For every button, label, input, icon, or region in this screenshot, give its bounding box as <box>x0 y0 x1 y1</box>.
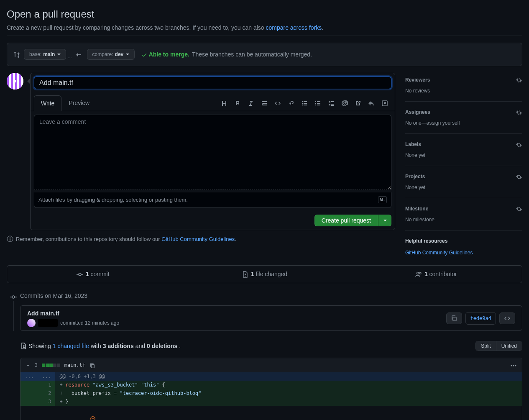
tok-str: "tecracer-oidc-github-blog" <box>120 390 201 396</box>
quote-icon[interactable] <box>259 97 269 109</box>
reviewers-title: Reviewers <box>405 76 430 84</box>
copy-path-button[interactable] <box>89 361 95 369</box>
diff-count: 3 <box>35 361 38 369</box>
italic-icon[interactable] <box>246 97 256 109</box>
check-icon <box>141 52 147 58</box>
gear-icon[interactable] <box>516 76 522 84</box>
pr-body-textarea[interactable] <box>34 115 391 190</box>
gear-icon[interactable] <box>516 205 522 213</box>
guidelines-link[interactable]: GitHub Community Guidelines <box>161 236 235 242</box>
commit-icon <box>77 271 83 278</box>
projects-title: Projects <box>405 173 425 180</box>
code-icon[interactable] <box>273 97 283 109</box>
deletions-text: 0 deletions <box>147 342 177 351</box>
milestone-title: Milestone <box>405 205 428 213</box>
diff-file-header: 3 main.tf <box>20 358 522 372</box>
gear-icon[interactable] <box>516 141 522 148</box>
avatar-small[interactable] <box>27 319 36 327</box>
kebab-icon[interactable] <box>510 361 517 369</box>
gear-icon[interactable] <box>516 173 522 180</box>
ol-icon[interactable] <box>313 97 323 109</box>
link-icon[interactable] <box>286 97 296 109</box>
svg-point-12 <box>513 365 514 366</box>
tab-write[interactable]: Write <box>34 95 61 111</box>
stats-bar: 1 commit 1 file changed 1 contributor <box>7 265 522 283</box>
file-diff-icon <box>242 271 248 278</box>
diff-filename[interactable]: main.tf <box>64 361 86 369</box>
tok-punc: } <box>65 399 68 405</box>
divider <box>7 36 522 36</box>
code-icon <box>504 315 511 322</box>
svg-point-2 <box>302 105 303 105</box>
crossref-icon[interactable] <box>353 97 363 109</box>
files-label: file changed <box>256 271 288 277</box>
with-text: with <box>91 342 101 351</box>
resources-link[interactable]: GitHub Community Guidelines <box>405 250 473 256</box>
assignees-pre: No one— <box>405 120 427 126</box>
chevron-down-icon[interactable] <box>26 361 31 369</box>
bold-icon[interactable] <box>233 97 243 109</box>
assign-yourself-link[interactable]: assign yourself <box>427 120 460 126</box>
line-number: 2 <box>38 389 56 397</box>
tok-str: "this" <box>141 382 159 388</box>
stat-files[interactable]: 1 file changed <box>179 266 350 283</box>
unified-view-button[interactable]: Unified <box>496 341 522 351</box>
period-text: . <box>179 342 181 351</box>
diff-line[interactable]: 3 +} <box>20 397 522 406</box>
base-branch-select[interactable]: base: main <box>24 49 66 60</box>
hunk-header-row: ...... @@ -0,0 +1,3 @@ <box>20 372 522 381</box>
svg-point-5 <box>79 273 81 276</box>
arrow-left-icon <box>74 50 84 59</box>
commits-label: commit <box>90 271 109 277</box>
heading-icon[interactable] <box>219 97 229 109</box>
pr-title-input[interactable] <box>34 77 391 89</box>
sidebar-labels: Labels None yet <box>405 134 522 166</box>
changed-files-link[interactable]: 1 changed file <box>53 342 89 351</box>
avatar[interactable] <box>7 73 23 90</box>
split-view-button[interactable]: Split <box>476 341 496 351</box>
people-icon <box>415 271 422 278</box>
svg-point-13 <box>515 365 516 366</box>
assignees-body: No one—assign yourself <box>405 119 522 127</box>
attach-bar[interactable]: Attach files by dragging & dropping, sel… <box>34 192 391 208</box>
and-text: and <box>135 342 145 351</box>
diff-line[interactable]: 2 + bucket_prefix = "tecracer-oidc-githu… <box>20 389 522 397</box>
guidelines-pre: Remember, contributions to this reposito… <box>16 236 161 242</box>
stat-contributors[interactable]: 1 contributor <box>350 266 522 283</box>
commit-sha-link[interactable]: fede9a4 <box>465 312 496 325</box>
reply-icon[interactable] <box>366 97 376 109</box>
compare-branch-select[interactable]: compare: dev <box>87 49 135 60</box>
gear-icon[interactable] <box>516 108 522 116</box>
ul-icon[interactable] <box>299 97 309 109</box>
tok-attr: bucket_prefix <box>65 390 110 396</box>
commit-meta: user committed 12 minutes ago <box>27 319 119 327</box>
create-pr-button[interactable]: Create pull request <box>314 215 378 226</box>
commit-author[interactable]: user <box>38 319 58 327</box>
browse-code-button[interactable] <box>499 312 515 324</box>
tab-preview[interactable]: Preview <box>61 95 97 111</box>
commit-title-link[interactable]: Add main.tf <box>27 309 119 318</box>
commits-count: 1 <box>86 271 89 277</box>
expand-icon[interactable] <box>380 97 390 109</box>
diff-view-toggle: Split Unified <box>475 341 522 351</box>
compare-forks-link[interactable]: compare across forks <box>266 24 322 31</box>
tok-str: "aws_s3_bucket" <box>92 382 138 388</box>
diff-line[interactable]: 1 +resource "aws_s3_bucket" "this" { <box>20 381 522 389</box>
resources-title: Helpful resources <box>405 237 522 245</box>
files-summary: Showing 1 changed file with 3 additions … <box>20 342 181 351</box>
ellipsis: ... <box>68 53 72 60</box>
copy-icon <box>451 315 457 322</box>
caret-down-icon <box>383 220 387 223</box>
mention-icon[interactable] <box>340 97 350 109</box>
sidebar-milestone: Milestone No milestone <box>405 198 522 230</box>
tok-punc: { <box>159 382 165 388</box>
stat-commits[interactable]: 1 commit <box>7 266 179 283</box>
markdown-icon[interactable]: M↓ <box>378 196 387 203</box>
page-title: Open a pull request <box>7 7 522 22</box>
tasklist-icon[interactable] <box>326 97 336 109</box>
copy-sha-button[interactable] <box>446 312 462 324</box>
create-pr-dropdown[interactable] <box>378 215 391 226</box>
assignees-title: Assignees <box>405 108 430 116</box>
svg-point-14 <box>90 416 95 420</box>
projects-body: None yet <box>405 184 522 191</box>
